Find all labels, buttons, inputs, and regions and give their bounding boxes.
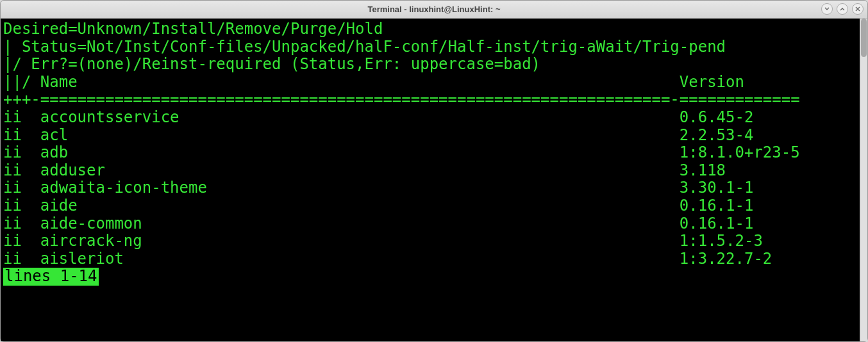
window-controls (821, 3, 864, 15)
maximize-button[interactable] (837, 3, 848, 15)
package-row: ii aide-common 0.16.1-1 (3, 215, 865, 233)
package-row: ii aircrack-ng 1:1.5.2-3 (3, 232, 865, 250)
scroll-thumb[interactable] (861, 19, 867, 57)
package-row: ii acl 2.2.53-4 (3, 127, 865, 145)
window-title: Terminal - linuxhint@LinuxHint: ~ (367, 4, 500, 14)
package-row: ii aisleriot 1:3.22.7-2 (3, 250, 865, 268)
package-row: ii adb 1:8.1.0+r23-5 (3, 144, 865, 162)
scrollbar[interactable] (860, 19, 867, 341)
header-line: |/ Err?=(none)/Reinst-required (Status,E… (3, 56, 865, 74)
terminal-window: Terminal - linuxhint@LinuxHint: ~ Desire… (0, 0, 868, 342)
titlebar[interactable]: Terminal - linuxhint@LinuxHint: ~ (1, 1, 867, 19)
package-row: ii adwaita-icon-theme 3.30.1-1 (3, 179, 865, 197)
package-row: ii accountsservice 0.6.45-2 (3, 109, 865, 127)
header-line: | Status=Not/Inst/Conf-files/Unpacked/ha… (3, 38, 865, 56)
header-line: Desired=Unknown/Install/Remove/Purge/Hol… (3, 20, 865, 38)
pager-status: lines 1-14 (3, 268, 99, 286)
package-row: ii adduser 3.118 (3, 162, 865, 180)
terminal-content: Desired=Unknown/Install/Remove/Purge/Hol… (1, 19, 867, 288)
header-line: +++-====================================… (3, 91, 865, 109)
minimize-button[interactable] (821, 3, 833, 15)
header-line: ||/ Name Version (3, 74, 865, 92)
terminal-body[interactable]: Desired=Unknown/Install/Remove/Purge/Hol… (1, 19, 867, 341)
package-row: ii aide 0.16.1-1 (3, 197, 865, 215)
close-button[interactable] (852, 3, 864, 15)
